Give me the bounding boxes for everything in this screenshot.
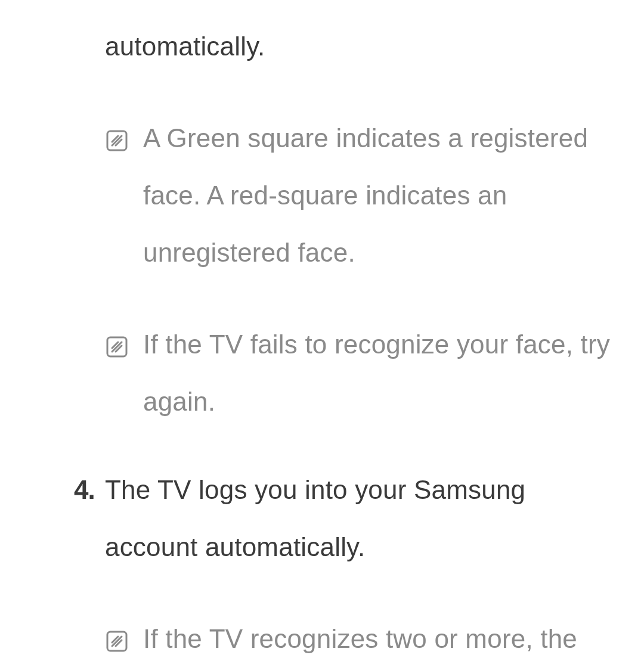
- note-text: A Green square indicates a registered fa…: [143, 110, 623, 281]
- note-icon: [105, 629, 129, 656]
- note-text: If the TV fails to recognize your face, …: [143, 316, 623, 430]
- fragment-top-line: automatically.: [105, 18, 623, 75]
- step-text: The TV logs you into your Samsung accoun…: [105, 461, 623, 576]
- note-item: A Green square indicates a registered fa…: [105, 110, 623, 281]
- manual-page: automatically. A Green square indicates …: [0, 0, 644, 658]
- note-item: If the TV fails to recognize your face, …: [105, 316, 623, 430]
- note-icon: [105, 129, 129, 155]
- note-text: If the TV recognizes two or more, the Sa…: [143, 610, 623, 658]
- note-icon: [105, 335, 129, 361]
- note-item: If the TV recognizes two or more, the Sa…: [105, 610, 623, 658]
- step-marker: 4.: [74, 461, 95, 519]
- step-item: 4. The TV logs you into your Samsung acc…: [105, 461, 623, 576]
